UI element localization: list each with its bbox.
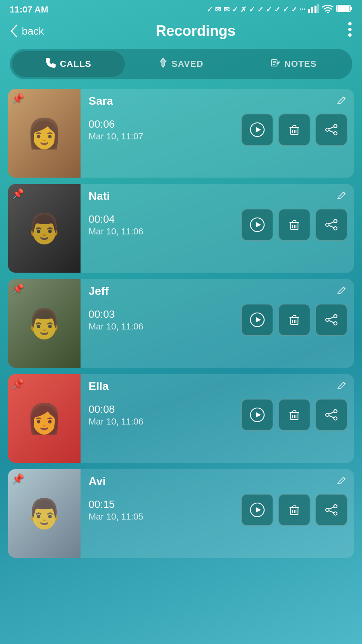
status-icons: ✓ ✉ ✉ ✓ ✗ ✓ ✓ ✓ ✓ ✓ ✓ ···: [207, 4, 352, 15]
recording-duration: 00:03: [89, 308, 236, 321]
delete-button[interactable]: [278, 304, 310, 336]
card-content: Jeff 00:03 Mar 10, 11:06: [81, 279, 354, 368]
signal-icon: [308, 4, 319, 15]
status-bar: 11:07 AM ✓ ✉ ✉ ✓ ✗ ✓ ✓ ✓ ✓ ✓ ✓ ···: [0, 0, 362, 17]
svg-point-75: [334, 410, 337, 413]
edit-icon[interactable]: [336, 285, 348, 299]
card-time-info: 00:03 Mar 10, 11:06: [89, 308, 236, 332]
recording-date: Mar 10, 11:07: [89, 131, 236, 142]
recording-name: Jeff: [89, 285, 109, 298]
svg-point-59: [334, 315, 337, 318]
svg-point-8: [348, 22, 352, 25]
recording-card: 👨 📌 Avi 00:15 Mar 10, 11:05: [8, 469, 354, 558]
delete-button[interactable]: [278, 399, 310, 431]
share-button[interactable]: [315, 399, 348, 431]
svg-rect-1: [311, 7, 313, 13]
edit-icon[interactable]: [336, 95, 348, 109]
recording-card: 👩 📌 Sara 00:06 Mar 10, 11:07: [8, 89, 354, 178]
tab-notes-label: NOTES: [284, 59, 317, 69]
svg-line-64: [343, 382, 345, 384]
edit-icon[interactable]: [336, 190, 348, 204]
svg-line-48: [343, 287, 345, 289]
pin-badge-icon: 📌: [12, 93, 24, 104]
more-dots-icon: ···: [300, 5, 306, 14]
delete-button[interactable]: [278, 209, 310, 241]
recording-card: 👩 📌 Ella 00:08 Mar 10, 11:06: [8, 374, 354, 463]
edit-icon[interactable]: [336, 475, 348, 489]
check5-icon: ✓: [266, 5, 272, 14]
svg-point-27: [334, 124, 337, 128]
delete-button[interactable]: [278, 494, 310, 526]
svg-point-28: [334, 132, 337, 135]
svg-marker-82: [256, 507, 261, 513]
more-menu-button[interactable]: [348, 21, 352, 41]
svg-point-77: [326, 413, 329, 416]
back-button[interactable]: back: [10, 24, 44, 38]
card-name-row: Ella: [89, 380, 348, 394]
pin-icon: [159, 58, 168, 70]
pin-badge-icon: 📌: [12, 283, 24, 294]
svg-rect-0: [308, 9, 310, 13]
play-button[interactable]: [241, 114, 273, 146]
share-button[interactable]: [315, 209, 348, 241]
svg-point-43: [334, 219, 337, 223]
recording-duration: 00:08: [89, 403, 236, 416]
svg-point-93: [326, 508, 329, 511]
svg-point-29: [326, 128, 329, 131]
svg-line-31: [329, 127, 334, 129]
card-content: Sara 00:06 Mar 10, 11:07: [81, 89, 354, 178]
tab-calls[interactable]: CALLS: [12, 51, 125, 77]
svg-rect-7: [337, 6, 350, 11]
svg-point-76: [334, 417, 337, 420]
svg-line-32: [343, 192, 345, 194]
svg-point-92: [334, 512, 337, 515]
recording-name: Sara: [89, 95, 113, 108]
phone-check-icon: ✗: [240, 5, 246, 14]
svg-line-79: [329, 412, 334, 414]
check3-icon: ✓: [249, 5, 255, 14]
svg-rect-2: [314, 6, 316, 13]
pin-badge-icon: 📌: [12, 188, 24, 199]
checkmark-icon: ✓: [207, 5, 213, 14]
svg-line-46: [329, 226, 334, 228]
svg-line-80: [343, 477, 345, 479]
card-actions-row: 00:06 Mar 10, 11:07: [89, 114, 348, 146]
play-button[interactable]: [241, 304, 273, 336]
svg-line-78: [329, 416, 334, 418]
svg-point-60: [334, 322, 337, 325]
recordings-list: 👩 📌 Sara 00:06 Mar 10, 11:07: [0, 89, 362, 558]
card-actions-row: 00:03 Mar 10, 11:06: [89, 304, 348, 336]
tab-saved[interactable]: SAVED: [125, 51, 238, 77]
recording-duration: 00:06: [89, 118, 236, 130]
delete-button[interactable]: [278, 114, 310, 146]
recording-name: Ella: [89, 380, 109, 393]
recording-date: Mar 10, 11:06: [89, 226, 236, 237]
svg-line-95: [329, 507, 334, 509]
back-label: back: [22, 25, 44, 37]
card-actions-row: 00:15 Mar 10, 11:05: [89, 494, 348, 526]
check2-icon: ✓: [232, 5, 238, 14]
svg-point-91: [334, 505, 337, 508]
play-button[interactable]: [241, 209, 273, 241]
avatar-wrap: 👨 📌: [8, 469, 81, 558]
tab-notes[interactable]: NOTES: [237, 51, 350, 77]
play-button[interactable]: [241, 399, 273, 431]
card-time-info: 00:06 Mar 10, 11:07: [89, 118, 236, 142]
recording-duration: 00:04: [89, 213, 236, 226]
card-actions-row: 00:08 Mar 10, 11:06: [89, 399, 348, 431]
avatar-wrap: 👩 📌: [8, 89, 81, 178]
share-button[interactable]: [315, 494, 348, 526]
share-button[interactable]: [315, 304, 348, 336]
play-button[interactable]: [241, 494, 273, 526]
avatar-wrap: 👨 📌: [8, 184, 81, 273]
message2-icon: ✉: [223, 5, 230, 14]
recording-date: Mar 10, 11:06: [89, 321, 236, 332]
svg-point-45: [326, 223, 329, 226]
pencil-icon: [271, 58, 280, 70]
edit-icon[interactable]: [336, 380, 348, 394]
svg-marker-50: [256, 317, 261, 323]
avatar-wrap: 👩 📌: [8, 374, 81, 463]
message-icon: ✉: [215, 5, 221, 14]
svg-line-47: [329, 222, 334, 224]
share-button[interactable]: [315, 114, 348, 146]
